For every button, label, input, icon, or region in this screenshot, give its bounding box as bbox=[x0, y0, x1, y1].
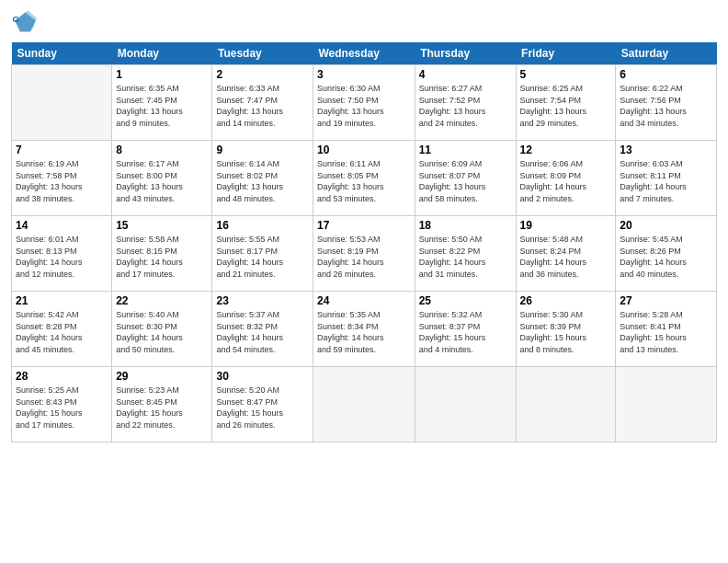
day-number: 13 bbox=[620, 144, 712, 156]
calendar-cell: 6Sunrise: 6:22 AM Sunset: 7:56 PM Daylig… bbox=[616, 65, 717, 141]
day-info: Sunrise: 6:25 AM Sunset: 7:54 PM Dayligh… bbox=[520, 83, 612, 129]
calendar-week-2: 7Sunrise: 6:19 AM Sunset: 7:58 PM Daylig… bbox=[12, 141, 717, 216]
logo: G bbox=[11, 9, 39, 35]
day-number: 20 bbox=[620, 219, 712, 232]
day-info: Sunrise: 5:45 AM Sunset: 8:26 PM Dayligh… bbox=[620, 234, 712, 280]
calendar-table: SundayMondayTuesdayWednesdayThursdayFrid… bbox=[11, 42, 717, 442]
day-number: 2 bbox=[216, 68, 308, 81]
calendar-week-4: 21Sunrise: 5:42 AM Sunset: 8:28 PM Dayli… bbox=[12, 292, 717, 367]
calendar-cell bbox=[415, 367, 516, 442]
day-info: Sunrise: 6:01 AM Sunset: 8:13 PM Dayligh… bbox=[16, 234, 108, 280]
day-info: Sunrise: 6:17 AM Sunset: 8:00 PM Dayligh… bbox=[116, 158, 208, 204]
day-info: Sunrise: 5:25 AM Sunset: 8:43 PM Dayligh… bbox=[16, 385, 108, 431]
day-info: Sunrise: 6:14 AM Sunset: 8:02 PM Dayligh… bbox=[216, 158, 308, 204]
calendar-cell: 21Sunrise: 5:42 AM Sunset: 8:28 PM Dayli… bbox=[12, 292, 112, 367]
day-info: Sunrise: 5:28 AM Sunset: 8:41 PM Dayligh… bbox=[620, 309, 712, 355]
day-info: Sunrise: 6:03 AM Sunset: 8:11 PM Dayligh… bbox=[620, 158, 712, 204]
calendar-cell: 26Sunrise: 5:30 AM Sunset: 8:39 PM Dayli… bbox=[516, 292, 616, 367]
day-number: 21 bbox=[16, 294, 108, 307]
day-info: Sunrise: 6:19 AM Sunset: 7:58 PM Dayligh… bbox=[16, 158, 108, 204]
day-number: 12 bbox=[520, 144, 612, 156]
calendar-cell: 9Sunrise: 6:14 AM Sunset: 8:02 PM Daylig… bbox=[212, 141, 313, 216]
day-info: Sunrise: 5:37 AM Sunset: 8:32 PM Dayligh… bbox=[216, 309, 308, 355]
calendar-week-1: 1Sunrise: 6:35 AM Sunset: 7:45 PM Daylig… bbox=[12, 65, 717, 141]
day-info: Sunrise: 6:22 AM Sunset: 7:56 PM Dayligh… bbox=[620, 83, 712, 129]
day-info: Sunrise: 5:48 AM Sunset: 8:24 PM Dayligh… bbox=[520, 234, 612, 280]
calendar-cell: 18Sunrise: 5:50 AM Sunset: 8:22 PM Dayli… bbox=[415, 216, 516, 292]
day-number: 3 bbox=[317, 68, 411, 81]
weekday-header-thursday: Thursday bbox=[415, 42, 516, 65]
calendar-cell: 17Sunrise: 5:53 AM Sunset: 8:19 PM Dayli… bbox=[313, 216, 415, 292]
calendar-cell: 12Sunrise: 6:06 AM Sunset: 8:09 PM Dayli… bbox=[516, 141, 616, 216]
day-info: Sunrise: 5:30 AM Sunset: 8:39 PM Dayligh… bbox=[520, 309, 612, 355]
day-number: 7 bbox=[16, 144, 108, 156]
day-info: Sunrise: 6:30 AM Sunset: 7:50 PM Dayligh… bbox=[317, 83, 411, 129]
day-info: Sunrise: 5:35 AM Sunset: 8:34 PM Dayligh… bbox=[317, 309, 411, 355]
calendar-cell bbox=[313, 367, 415, 442]
calendar-cell: 2Sunrise: 6:33 AM Sunset: 7:47 PM Daylig… bbox=[212, 65, 313, 141]
day-info: Sunrise: 5:53 AM Sunset: 8:19 PM Dayligh… bbox=[317, 234, 411, 280]
day-number: 15 bbox=[116, 219, 208, 232]
page-container: G SundayMondayTuesdayWednesdayThursdayFr… bbox=[0, 0, 728, 452]
calendar-cell: 1Sunrise: 6:35 AM Sunset: 7:45 PM Daylig… bbox=[112, 65, 212, 141]
calendar-cell: 15Sunrise: 5:58 AM Sunset: 8:15 PM Dayli… bbox=[112, 216, 212, 292]
weekday-header-saturday: Saturday bbox=[616, 42, 717, 65]
day-number: 30 bbox=[216, 370, 308, 383]
day-info: Sunrise: 6:09 AM Sunset: 8:07 PM Dayligh… bbox=[419, 158, 512, 204]
day-number: 26 bbox=[520, 294, 612, 307]
weekday-header-tuesday: Tuesday bbox=[212, 42, 313, 65]
logo-icon: G bbox=[11, 9, 37, 35]
calendar-cell: 10Sunrise: 6:11 AM Sunset: 8:05 PM Dayli… bbox=[313, 141, 415, 216]
day-number: 27 bbox=[620, 294, 712, 307]
day-number: 11 bbox=[419, 144, 512, 156]
calendar-week-5: 28Sunrise: 5:25 AM Sunset: 8:43 PM Dayli… bbox=[12, 367, 717, 442]
day-info: Sunrise: 5:42 AM Sunset: 8:28 PM Dayligh… bbox=[16, 309, 108, 355]
header: G bbox=[11, 9, 717, 35]
calendar-cell: 5Sunrise: 6:25 AM Sunset: 7:54 PM Daylig… bbox=[516, 65, 616, 141]
weekday-header-friday: Friday bbox=[516, 42, 616, 65]
calendar-cell bbox=[616, 367, 717, 442]
calendar-cell bbox=[516, 367, 616, 442]
day-info: Sunrise: 6:11 AM Sunset: 8:05 PM Dayligh… bbox=[317, 158, 411, 204]
day-number: 17 bbox=[317, 219, 411, 232]
day-number: 9 bbox=[216, 144, 308, 156]
day-info: Sunrise: 5:32 AM Sunset: 8:37 PM Dayligh… bbox=[419, 309, 512, 355]
calendar-cell: 27Sunrise: 5:28 AM Sunset: 8:41 PM Dayli… bbox=[616, 292, 717, 367]
day-number: 19 bbox=[520, 219, 612, 232]
calendar-cell: 24Sunrise: 5:35 AM Sunset: 8:34 PM Dayli… bbox=[313, 292, 415, 367]
day-number: 14 bbox=[16, 219, 108, 232]
weekday-header-wednesday: Wednesday bbox=[313, 42, 415, 65]
day-number: 25 bbox=[419, 294, 512, 307]
day-info: Sunrise: 5:40 AM Sunset: 8:30 PM Dayligh… bbox=[116, 309, 208, 355]
calendar-cell: 28Sunrise: 5:25 AM Sunset: 8:43 PM Dayli… bbox=[12, 367, 112, 442]
day-number: 29 bbox=[116, 370, 208, 383]
calendar-cell: 19Sunrise: 5:48 AM Sunset: 8:24 PM Dayli… bbox=[516, 216, 616, 292]
calendar-cell: 16Sunrise: 5:55 AM Sunset: 8:17 PM Dayli… bbox=[212, 216, 313, 292]
day-number: 28 bbox=[16, 370, 108, 383]
calendar-body: 1Sunrise: 6:35 AM Sunset: 7:45 PM Daylig… bbox=[12, 65, 717, 442]
calendar-cell: 7Sunrise: 6:19 AM Sunset: 7:58 PM Daylig… bbox=[12, 141, 112, 216]
day-info: Sunrise: 6:27 AM Sunset: 7:52 PM Dayligh… bbox=[419, 83, 512, 129]
day-number: 23 bbox=[216, 294, 308, 307]
weekday-header-sunday: Sunday bbox=[12, 42, 112, 65]
calendar-cell: 25Sunrise: 5:32 AM Sunset: 8:37 PM Dayli… bbox=[415, 292, 516, 367]
calendar-cell: 14Sunrise: 6:01 AM Sunset: 8:13 PM Dayli… bbox=[12, 216, 112, 292]
calendar-cell: 20Sunrise: 5:45 AM Sunset: 8:26 PM Dayli… bbox=[616, 216, 717, 292]
calendar-cell: 23Sunrise: 5:37 AM Sunset: 8:32 PM Dayli… bbox=[212, 292, 313, 367]
calendar-week-3: 14Sunrise: 6:01 AM Sunset: 8:13 PM Dayli… bbox=[12, 216, 717, 292]
calendar-cell: 22Sunrise: 5:40 AM Sunset: 8:30 PM Dayli… bbox=[112, 292, 212, 367]
day-info: Sunrise: 5:50 AM Sunset: 8:22 PM Dayligh… bbox=[419, 234, 512, 280]
calendar-cell: 30Sunrise: 5:20 AM Sunset: 8:47 PM Dayli… bbox=[212, 367, 313, 442]
calendar-cell: 13Sunrise: 6:03 AM Sunset: 8:11 PM Dayli… bbox=[616, 141, 717, 216]
calendar-cell: 3Sunrise: 6:30 AM Sunset: 7:50 PM Daylig… bbox=[313, 65, 415, 141]
day-number: 5 bbox=[520, 68, 612, 81]
day-number: 1 bbox=[116, 68, 208, 81]
calendar-cell: 29Sunrise: 5:23 AM Sunset: 8:45 PM Dayli… bbox=[112, 367, 212, 442]
day-number: 6 bbox=[620, 68, 712, 81]
day-number: 16 bbox=[216, 219, 308, 232]
day-info: Sunrise: 6:06 AM Sunset: 8:09 PM Dayligh… bbox=[520, 158, 612, 204]
day-info: Sunrise: 6:33 AM Sunset: 7:47 PM Dayligh… bbox=[216, 83, 308, 129]
calendar-cell bbox=[12, 65, 112, 141]
calendar-cell: 11Sunrise: 6:09 AM Sunset: 8:07 PM Dayli… bbox=[415, 141, 516, 216]
day-info: Sunrise: 6:35 AM Sunset: 7:45 PM Dayligh… bbox=[116, 83, 208, 129]
